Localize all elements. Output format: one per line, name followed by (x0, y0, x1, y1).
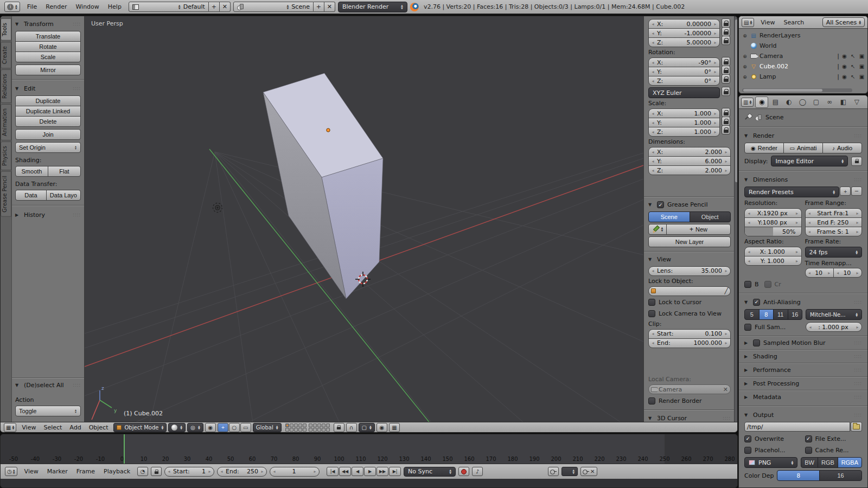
lamp-widget[interactable] (213, 203, 222, 213)
display-mode-dropdown[interactable]: All Scenes ▲▼ (822, 17, 865, 27)
post-processing-panel-header[interactable]: ▶Post Processing:::: (744, 378, 862, 388)
lock-icon[interactable] (722, 74, 730, 84)
frame-start-field[interactable]: ◂Start:1▸ (164, 467, 214, 477)
dimensions-x-field[interactable]: ◂X:2.000▸ (648, 147, 731, 157)
play-reverse-button[interactable]: ◀ (352, 467, 363, 476)
decrement-icon[interactable]: ◂ (808, 211, 812, 216)
transform-orientation-dropdown[interactable]: Global ▲▼ (253, 423, 282, 432)
decrement-icon[interactable]: ◂ (808, 271, 812, 275)
metadata-panel-header[interactable]: ▶Metadata:::: (744, 392, 862, 402)
lock-icon[interactable] (722, 36, 730, 45)
decrement-icon[interactable]: ◂ (651, 130, 655, 134)
rotate-button[interactable]: Rotate (15, 41, 81, 52)
layer-cell[interactable] (303, 423, 307, 427)
shelf-tab-relations[interactable]: Relations (1, 69, 11, 103)
action-dropdown[interactable]: Toggle ▲▼ (15, 406, 81, 416)
increment-icon[interactable]: ▸ (724, 268, 728, 273)
layer-cell[interactable] (317, 428, 321, 432)
increment-icon[interactable]: ▸ (713, 40, 717, 45)
increment-icon[interactable]: ▸ (827, 271, 831, 275)
view-panel-header[interactable]: ▼ View (648, 255, 731, 265)
lock-icon[interactable] (722, 57, 730, 66)
selectability-arrow-icon[interactable]: ↖ (850, 63, 857, 69)
layer-cell[interactable] (285, 428, 289, 432)
aspect-y-field[interactable]: ◂Y: 1.000▸ (744, 256, 802, 266)
resolution-percentage-slider[interactable]: 50% (744, 227, 802, 236)
location-y-field[interactable]: ◂Y:-1.00000▸ (648, 28, 720, 38)
decrement-icon[interactable]: ◂ (808, 220, 812, 225)
topbar-menu-help[interactable]: Help (104, 2, 126, 11)
panel-grip-icon[interactable]: :::: (723, 416, 731, 421)
increment-icon[interactable]: ▸ (856, 229, 859, 234)
layer-cell[interactable] (313, 428, 317, 432)
outliner-menu-view[interactable]: View (756, 18, 779, 27)
viewport-menu-select[interactable]: Select (40, 423, 66, 432)
renderability-camera-icon[interactable]: ▣ (858, 53, 865, 59)
decrement-icon[interactable]: ◂ (651, 40, 655, 45)
data-layout-button[interactable]: Data Layo (46, 190, 81, 201)
gp-new-button[interactable]: + New (666, 224, 731, 235)
frame-step-field[interactable]: ◂Frame S: 1▸ (805, 227, 863, 236)
properties-tab-render-layers[interactable]: ▤ (769, 97, 782, 108)
layer-cell[interactable] (298, 423, 302, 427)
scale-x-field[interactable]: ◂X:1.000▸ (648, 108, 720, 118)
dimensions-z-field[interactable]: ◂Z:2.000▸ (648, 165, 731, 175)
outliner-row[interactable]: ⊕Camera|◉↖▣ (742, 51, 865, 61)
decrement-icon[interactable]: ◂ (651, 31, 655, 36)
overwrite-checkbox[interactable]: ✓ (744, 435, 751, 442)
frame-start-field[interactable]: ◂Start Fra:1▸ (805, 208, 863, 218)
increment-icon[interactable]: ▸ (713, 111, 717, 116)
render-still-button[interactable]: ◉ Render (744, 143, 784, 153)
layer-cell[interactable] (298, 428, 302, 432)
rotation-z-field[interactable]: ◂Z:0°▸ (648, 76, 720, 86)
properties-tab-scene[interactable]: ◐ (782, 97, 795, 108)
screen-layout-field[interactable]: ▲▼ Default (129, 2, 209, 12)
dimensions-panel-header[interactable]: ▼ Dimensions :::: (744, 175, 862, 184)
aa-samples-16-button[interactable]: 16 (788, 309, 803, 320)
layer-cell[interactable] (326, 423, 330, 427)
decrement-icon[interactable]: ◂ (808, 229, 812, 234)
display-dropdown[interactable]: Image Editor ▲▼ (771, 156, 848, 166)
layer-cell[interactable] (322, 423, 326, 427)
output-path-field[interactable]: /tmp/ (744, 422, 850, 432)
transform-panel-header[interactable]: ▼ Transform :::: (15, 19, 81, 29)
color-depth-16-button[interactable]: 16 (819, 470, 862, 481)
increment-icon[interactable]: ▸ (724, 150, 728, 155)
manipulator-translate-button[interactable]: ＋ (218, 423, 228, 432)
local-camera-field[interactable]: Camera ✕ (648, 384, 731, 394)
scale-button[interactable]: Scale (15, 52, 81, 62)
duplicate-linked-button[interactable]: Duplicate Linked (15, 106, 81, 117)
mirror-button[interactable]: Mirror (15, 65, 81, 75)
properties-tab-constraints[interactable]: ∞ (823, 97, 836, 108)
increment-icon[interactable]: ▸ (856, 211, 859, 216)
expand-icon[interactable]: ⊕ (742, 54, 748, 59)
render-audio-button[interactable]: ♪ Audio (822, 143, 862, 153)
outliner-row[interactable]: World (742, 41, 865, 51)
render-engine-dropdown[interactable]: Blender Render ▲▼ (338, 2, 407, 12)
layer-cell[interactable] (322, 428, 326, 432)
decrement-icon[interactable]: ◂ (651, 168, 655, 173)
shelf-tab-tools[interactable]: Tools (1, 18, 11, 41)
increment-icon[interactable]: ▸ (713, 130, 717, 134)
pivot-center-dropdown[interactable]: ◎ ▲▼ (187, 423, 203, 432)
viewport-menu-add[interactable]: Add (66, 423, 85, 432)
prev-keyframe-button[interactable]: ◀◀ (339, 467, 351, 476)
increment-icon[interactable]: ▸ (313, 469, 317, 474)
color-mode-rgba-button[interactable]: RGBA (838, 457, 862, 468)
mode-dropdown[interactable]: Object Mode ▲▼ (113, 423, 167, 432)
clip-end-field[interactable]: ◂End:1000.000▸ (648, 338, 731, 348)
play-button[interactable]: ▶ (364, 467, 376, 476)
decrement-icon[interactable]: ◂ (651, 22, 655, 27)
panel-grip-icon[interactable]: :::: (73, 213, 81, 217)
lock-icon[interactable] (722, 117, 730, 126)
decrement-icon[interactable]: ◂ (747, 211, 751, 216)
timeline-menu-playback[interactable]: Playback (99, 467, 135, 476)
viewport-menu-view[interactable]: View (18, 423, 40, 432)
lens-field[interactable]: ◂Lens:35.000▸ (648, 266, 731, 276)
timeline-menu-marker[interactable]: Marker (43, 467, 72, 476)
decrement-icon[interactable]: ◂ (747, 249, 751, 254)
editor-type-selector-outliner[interactable]: ▤▲▼ (742, 18, 754, 27)
edit-panel-header[interactable]: ▼ Edit :::: (15, 84, 81, 93)
increment-icon[interactable]: ▸ (724, 168, 728, 173)
topbar-menu-window[interactable]: Window (71, 2, 103, 11)
